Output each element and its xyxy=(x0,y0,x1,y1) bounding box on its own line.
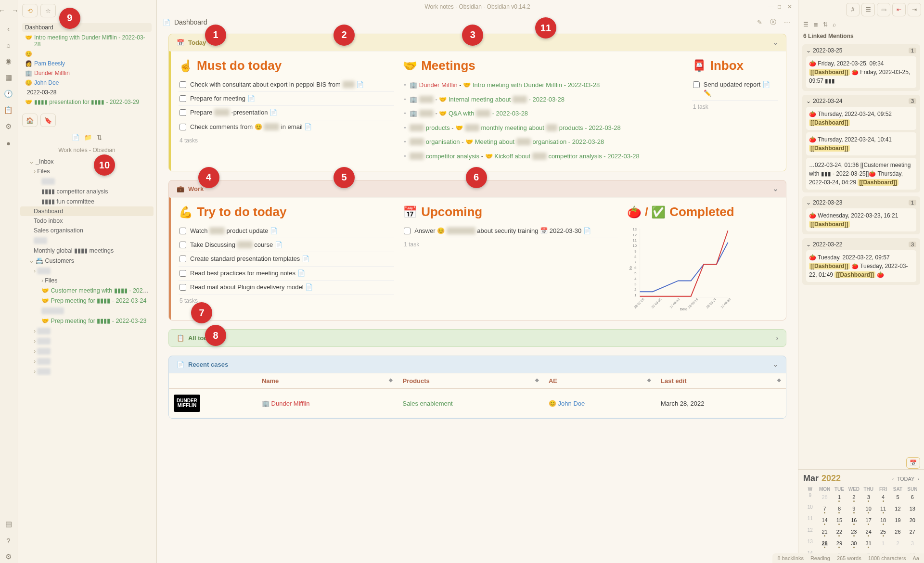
meeting-item[interactable]: xxxx organisation - 🤝 Meeting about xxxx… xyxy=(403,135,683,149)
cal-day[interactable]: 10 xyxy=(862,504,875,515)
meeting-item[interactable]: xxxx products - 🤝 xxxx monthly meeting a… xyxy=(403,121,683,135)
backlink-item[interactable]: 👩 Pam Beesly xyxy=(22,59,152,68)
file-item[interactable]: ▮▮▮▮ xyxy=(20,235,154,245)
cal-day[interactable]: 26 xyxy=(891,527,904,538)
task-checkbox[interactable] xyxy=(180,81,186,88)
cal-week[interactable]: 12 xyxy=(803,527,817,538)
new-note-icon[interactable]: 📄 xyxy=(72,134,79,141)
cal-day[interactable]: 2 xyxy=(847,493,860,503)
folder-item[interactable]: ›▮▮▮▮ xyxy=(20,366,154,376)
record-icon[interactable]: ● xyxy=(2,137,15,149)
file-item[interactable]: ▮▮▮▮ xyxy=(20,176,154,186)
mention-group-head[interactable]: ⌄ 2022-03-251 xyxy=(806,47,916,54)
cal-day[interactable]: 14 xyxy=(818,516,831,526)
cal-day[interactable]: 23 xyxy=(847,527,860,538)
task-item[interactable]: Watch ▮▮▮▮ product update 📄 xyxy=(179,224,394,238)
file-item[interactable]: 🤝 Prep meeting for ▮▮▮▮ - 2022-03-23 xyxy=(20,316,154,326)
toc-icon[interactable]: ▭ xyxy=(877,3,890,16)
mention-item[interactable]: 🍅 Wednesday, 2022-03-23, 16:21 [[Dashboa… xyxy=(806,208,916,231)
cal-day[interactable]: 28 xyxy=(818,493,831,503)
backlink-item[interactable]: 2022-03-28 xyxy=(22,88,152,97)
cal-day[interactable]: 1 xyxy=(833,493,846,503)
mention-item[interactable]: 🍅 Tuesday, 2022-03-22, 09:57 [[Dashboard… xyxy=(806,250,916,282)
cal-week[interactable]: 10 xyxy=(803,504,817,515)
cal-week[interactable]: 11 xyxy=(803,516,817,526)
file-item[interactable]: Sales organisation xyxy=(20,226,154,235)
cal-day[interactable]: 22 xyxy=(833,527,846,538)
backlink-item[interactable]: 😊 John Doe xyxy=(22,78,152,88)
backlink-item[interactable]: 😊 xyxy=(22,49,152,59)
maximize-icon[interactable]: □ xyxy=(778,3,784,10)
file-item[interactable]: Dashboard xyxy=(20,206,154,216)
folder-item[interactable]: ›▮▮▮▮ xyxy=(20,356,154,366)
file-item[interactable]: Todo inbox xyxy=(20,216,154,226)
new-folder-icon[interactable]: 📁 xyxy=(84,134,92,141)
daily-note-icon[interactable]: 🕐 xyxy=(2,88,15,100)
callout-recent-head[interactable]: 📄 Recent cases ⌄ xyxy=(169,356,786,373)
cal-day[interactable]: 20 xyxy=(906,516,919,526)
cal-day[interactable]: 27 xyxy=(906,527,919,538)
quick-switcher-icon[interactable]: ⌕ xyxy=(2,38,15,51)
cal-day[interactable]: 31 xyxy=(862,539,875,550)
minimize-icon[interactable]: — xyxy=(768,3,775,10)
task-checkbox[interactable] xyxy=(180,256,186,262)
cal-day[interactable]: 3 xyxy=(862,493,875,503)
cal-day[interactable]: 29 xyxy=(833,539,846,550)
cal-day[interactable]: 18 xyxy=(876,516,890,526)
status-mode[interactable]: Reading xyxy=(810,555,830,561)
status-font-icon[interactable]: Aa xyxy=(913,555,919,561)
table-header[interactable] xyxy=(169,373,257,389)
mention-group-head[interactable]: ⌄ 2022-03-231 xyxy=(806,199,916,206)
task-item[interactable]: Create standard presentation templates 📄 xyxy=(179,252,394,266)
cal-day[interactable]: 17 xyxy=(862,516,875,526)
folder-item[interactable]: ›▮▮▮▮ xyxy=(20,336,154,346)
search-tab-button[interactable]: 🔖 xyxy=(40,114,56,127)
list-icon[interactable]: ≣ xyxy=(813,21,818,28)
task-checkbox[interactable] xyxy=(180,284,186,291)
task-checkbox[interactable] xyxy=(180,124,186,130)
cal-day[interactable]: 12 xyxy=(891,504,904,515)
cal-day[interactable]: 16 xyxy=(847,516,860,526)
search-icon[interactable]: ⌕ xyxy=(833,21,836,28)
task-item[interactable]: Prepare for meeting 📄 xyxy=(179,92,394,106)
cal-day[interactable]: 5 xyxy=(891,493,904,503)
graph-icon[interactable]: ◉ xyxy=(2,55,15,67)
canvas-icon[interactable]: ▦ xyxy=(2,71,15,84)
cal-next-icon[interactable]: › xyxy=(917,476,919,482)
status-backlinks[interactable]: 8 backlinks xyxy=(777,555,803,561)
cal-week[interactable]: 9 xyxy=(803,493,817,503)
cal-day[interactable]: 9 xyxy=(847,504,860,515)
task-item[interactable]: Take Discussing ▮▮▮▮ course 📄 xyxy=(179,238,394,252)
chevron-down-icon[interactable]: ⌄ xyxy=(773,361,778,368)
callout-alltodos-head[interactable]: 📋 All todos › xyxy=(169,330,786,346)
cal-day[interactable]: 4 xyxy=(876,493,890,503)
mention-item[interactable]: 🍅 Thursday, 2022-03-24, 10:41 [[Dashboar… xyxy=(806,132,916,155)
help-icon[interactable]: ? xyxy=(2,534,15,547)
cal-day[interactable]: 15 xyxy=(833,516,846,526)
folder-item[interactable]: ›Files xyxy=(20,166,154,176)
task-item[interactable]: Send updated report 📄 ✏️ xyxy=(692,78,778,101)
collapse-icon[interactable]: ‹ xyxy=(2,22,15,35)
task-item[interactable]: Read best practices for meeting notes 📄 xyxy=(179,267,394,281)
sort-icon[interactable]: ⇅ xyxy=(97,134,102,141)
meeting-item[interactable]: 🏢 Dunder Mifflin - 🤝 Intro meeting with … xyxy=(403,78,683,92)
file-item[interactable]: ▮▮▮▮ fun committee xyxy=(20,196,154,206)
settings-icon[interactable]: ⚙ xyxy=(2,550,15,563)
cal-day[interactable]: 11 xyxy=(876,504,890,515)
template-icon[interactable]: 📋 xyxy=(2,104,15,116)
backlink-item[interactable]: 🏢 Dunder Mifflin xyxy=(22,68,152,78)
meeting-item[interactable]: 🏢 xxxx - 🤝 Q&A with xxxx - 2022-03-28 xyxy=(403,106,683,121)
mention-item[interactable]: …022-03-24, 01:36 [[Customer meeting wit… xyxy=(806,158,916,190)
file-item[interactable]: Monthly global ▮▮▮▮ meetings xyxy=(20,245,154,256)
outgoing-icon[interactable]: ⇥ xyxy=(908,3,921,16)
table-header[interactable]: Last edit◆ xyxy=(656,373,786,389)
task-item[interactable]: Prepare ▮▮▮▮ -presentation 📄 xyxy=(179,106,394,120)
vault-icon[interactable]: ▤ xyxy=(2,518,15,530)
folder-item[interactable]: ⌄_Inbox xyxy=(20,156,154,166)
cal-week[interactable]: 13 xyxy=(803,539,817,550)
cal-today-button[interactable]: TODAY xyxy=(897,476,914,482)
backlink-item[interactable]: 🤝 ▮▮▮▮ presentation for ▮▮▮▮ - 2022-03-2… xyxy=(22,97,152,107)
backlink-source[interactable]: Dashboard xyxy=(22,23,152,32)
tag-pane-icon[interactable]: # xyxy=(846,3,860,16)
cal-day[interactable]: 13 xyxy=(906,504,919,515)
